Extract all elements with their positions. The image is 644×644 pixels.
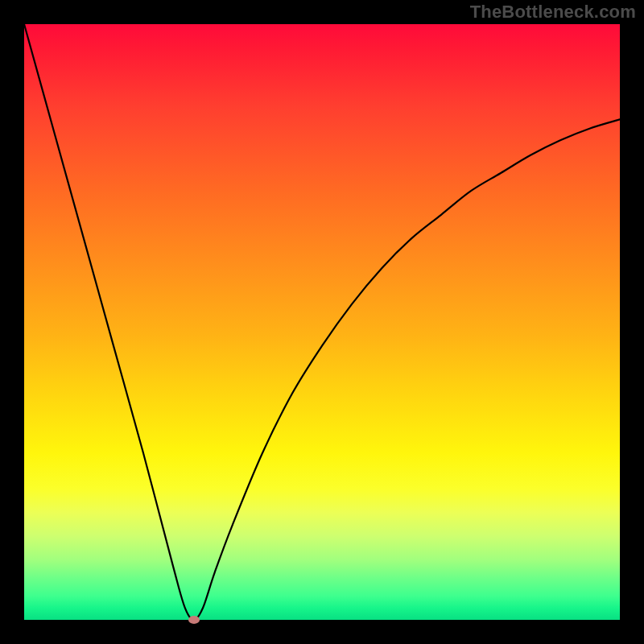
plot-area [24, 24, 620, 620]
watermark-text: TheBottleneck.com [470, 2, 636, 23]
chart-frame: TheBottleneck.com [0, 0, 644, 644]
bottleneck-curve [24, 24, 620, 620]
curve-svg [24, 24, 620, 620]
min-point-marker [188, 616, 200, 624]
